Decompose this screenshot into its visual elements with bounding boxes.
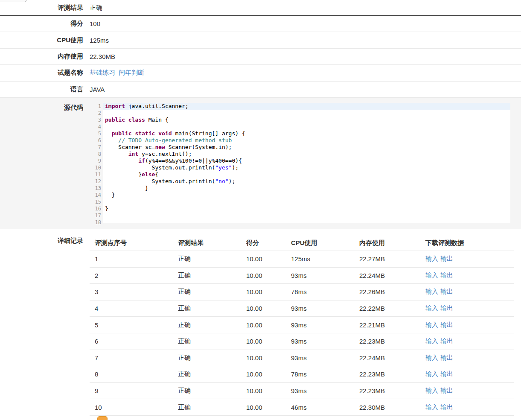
code-line bbox=[105, 198, 510, 205]
line-number: 2 bbox=[90, 110, 101, 117]
cell-index: 10 bbox=[90, 404, 173, 411]
cell-mem: 22.24MB bbox=[354, 354, 420, 362]
cell-result: 正确 bbox=[173, 321, 241, 329]
code-line bbox=[105, 212, 510, 219]
cell-score: 10.00 bbox=[241, 321, 286, 329]
output-link[interactable]: 输出 bbox=[440, 255, 453, 262]
table-row: 5正确10.0093ms22.21MB输入输出 bbox=[90, 317, 514, 333]
cell-score: 10.00 bbox=[241, 354, 286, 362]
score-value: 100 bbox=[90, 20, 100, 27]
input-link[interactable]: 输入 bbox=[425, 271, 438, 279]
output-link[interactable]: 输出 bbox=[440, 271, 453, 279]
cell-score: 10.00 bbox=[241, 404, 286, 411]
output-link[interactable]: 输出 bbox=[440, 387, 453, 394]
col-result: 评测结果 bbox=[173, 239, 241, 247]
output-link[interactable]: 输出 bbox=[440, 354, 453, 361]
cell-cpu: 78ms bbox=[286, 288, 354, 295]
input-link[interactable]: 输入 bbox=[425, 288, 438, 295]
cell-score: 10.00 bbox=[241, 272, 286, 279]
code-line: System.out.println("no"); bbox=[105, 178, 510, 185]
cell-mem: 22.23MB bbox=[354, 370, 420, 378]
result-label: 评测结果 bbox=[0, 4, 83, 12]
problem-name-link[interactable]: 闰年判断 bbox=[119, 69, 144, 76]
cell-cpu: 78ms bbox=[286, 370, 354, 378]
input-link[interactable]: 输入 bbox=[425, 354, 438, 361]
output-link[interactable]: 输出 bbox=[440, 321, 453, 328]
cell-download: 输入输出 bbox=[420, 304, 514, 312]
cell-mem: 22.22MB bbox=[354, 305, 420, 312]
bottom-clipped-button[interactable] bbox=[97, 416, 108, 420]
table-header: 评测点序号 评测结果 得分 CPU使用 内存使用 下载评测数据 bbox=[90, 236, 514, 251]
code-line: public class Main { bbox=[105, 117, 510, 123]
cell-score: 10.00 bbox=[241, 387, 286, 394]
input-link[interactable]: 输入 bbox=[425, 370, 438, 377]
result-value: 正确 bbox=[90, 4, 102, 12]
cell-download: 输入输出 bbox=[420, 321, 514, 329]
output-link[interactable]: 输出 bbox=[440, 288, 453, 295]
code-lines: import java.util.Scanner;public class Ma… bbox=[103, 103, 510, 223]
line-number: 16 bbox=[90, 205, 101, 212]
input-link[interactable]: 输入 bbox=[425, 321, 438, 328]
col-index: 评测点序号 bbox=[90, 239, 173, 247]
line-number: 9 bbox=[90, 158, 101, 164]
code-line: Scanner sc=new Scanner(System.in); bbox=[105, 144, 510, 151]
input-link[interactable]: 输入 bbox=[425, 255, 438, 262]
cell-cpu: 93ms bbox=[286, 338, 354, 345]
records-label: 详细记录 bbox=[0, 236, 83, 416]
score-label: 得分 bbox=[0, 20, 83, 28]
cell-result: 正确 bbox=[173, 387, 241, 395]
cell-index: 7 bbox=[90, 354, 173, 362]
code-line bbox=[105, 110, 510, 117]
language-value: JAVA bbox=[90, 86, 105, 93]
output-link[interactable]: 输出 bbox=[440, 304, 453, 312]
cell-mem: 22.26MB bbox=[354, 288, 420, 295]
cell-cpu: 93ms bbox=[286, 387, 354, 394]
line-number: 7 bbox=[90, 144, 101, 151]
cell-cpu: 93ms bbox=[286, 305, 354, 312]
code-editor[interactable]: 123456789101112131415161718 import java.… bbox=[90, 103, 510, 223]
cell-score: 10.00 bbox=[241, 255, 286, 262]
code-line: // TODO Auto-generated method stub bbox=[105, 137, 510, 144]
cell-result: 正确 bbox=[173, 337, 241, 345]
cell-index: 9 bbox=[90, 387, 173, 394]
input-link[interactable]: 输入 bbox=[425, 403, 438, 411]
table-row: 9正确10.0093ms22.23MB输入输出 bbox=[90, 383, 514, 400]
table-row: 7正确10.0093ms22.24MB输入输出 bbox=[90, 350, 514, 367]
cpu-value: 125ms bbox=[90, 37, 109, 44]
top-clipped-element bbox=[0, 0, 26, 2]
cell-download: 输入输出 bbox=[420, 271, 514, 280]
code-line: }else{ bbox=[105, 171, 510, 178]
line-number: 8 bbox=[90, 151, 101, 158]
line-number: 3 bbox=[90, 117, 101, 123]
code-line: import java.util.Scanner; bbox=[103, 103, 510, 110]
input-link[interactable]: 输入 bbox=[425, 304, 438, 312]
table-row: 4正确10.0093ms22.22MB输入输出 bbox=[90, 300, 514, 317]
records-table: 评测点序号 评测结果 得分 CPU使用 内存使用 下载评测数据 1正确10.00… bbox=[90, 236, 514, 416]
cell-cpu: 46ms bbox=[286, 404, 354, 411]
cell-score: 10.00 bbox=[241, 338, 286, 345]
table-row: 2正确10.0093ms22.24MB输入输出 bbox=[90, 268, 514, 284]
cell-cpu: 93ms bbox=[286, 354, 354, 362]
code-gutter: 123456789101112131415161718 bbox=[90, 103, 103, 223]
cell-mem: 22.24MB bbox=[354, 272, 420, 279]
cell-result: 正确 bbox=[173, 403, 241, 411]
problem-category-link[interactable]: 基础练习 bbox=[90, 69, 115, 76]
cell-result: 正确 bbox=[173, 304, 241, 312]
cell-download: 输入输出 bbox=[420, 337, 514, 345]
table-row: 3正确10.0078ms22.26MB输入输出 bbox=[90, 284, 514, 300]
info-row-result: 评测结果 正确 bbox=[0, 0, 521, 16]
input-link[interactable]: 输入 bbox=[425, 387, 438, 394]
output-link[interactable]: 输出 bbox=[440, 403, 453, 411]
cell-download: 输入输出 bbox=[420, 288, 514, 296]
output-link[interactable]: 输出 bbox=[440, 370, 453, 377]
cell-index: 4 bbox=[90, 305, 173, 312]
cell-result: 正确 bbox=[173, 288, 241, 296]
info-row-language: 语言 JAVA bbox=[0, 82, 521, 98]
line-number: 12 bbox=[90, 178, 101, 185]
submission-detail-page: 评测结果 正确 得分 100 CPU使用 125ms 内存使用 22.30MB … bbox=[0, 0, 521, 420]
input-link[interactable]: 输入 bbox=[425, 337, 438, 344]
info-row-memory: 内存使用 22.30MB bbox=[0, 49, 521, 65]
line-number: 4 bbox=[90, 123, 101, 130]
output-link[interactable]: 输出 bbox=[440, 337, 453, 344]
cell-cpu: 93ms bbox=[286, 272, 354, 279]
